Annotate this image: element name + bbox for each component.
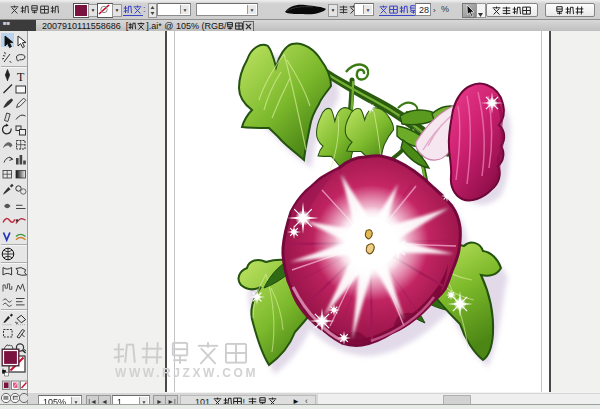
svg-text:T: T xyxy=(17,70,25,84)
